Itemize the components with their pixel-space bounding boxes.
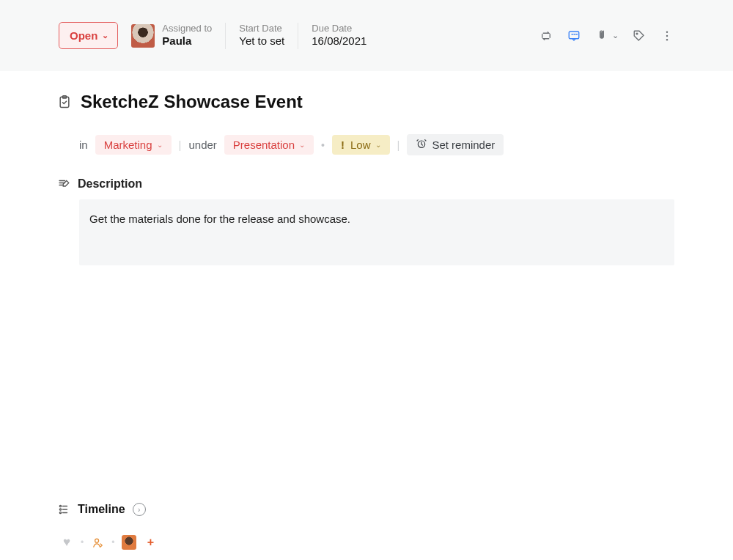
due-date-value: 16/08/2021 xyxy=(312,34,366,48)
chevron-down-icon: ⌄ xyxy=(157,141,163,149)
list-name: Presentation xyxy=(233,139,295,151)
assignee-avatar xyxy=(131,24,155,48)
in-label: in xyxy=(79,139,88,151)
separator: | xyxy=(179,139,182,151)
chevron-down-icon: ⌄ xyxy=(102,31,108,40)
follow-icon[interactable] xyxy=(91,536,104,549)
reactions-bar: ♥ • • + xyxy=(60,535,157,550)
description-icon xyxy=(57,177,70,191)
follower-avatar[interactable] xyxy=(122,535,136,550)
dot-separator: • xyxy=(111,537,114,548)
project-chip[interactable]: Marketing ⌄ xyxy=(95,135,172,155)
reminder-icon xyxy=(416,138,427,152)
chevron-down-icon: ⌄ xyxy=(299,141,305,149)
svg-point-3 xyxy=(666,34,668,36)
expand-timeline-icon[interactable]: › xyxy=(133,503,146,516)
svg-point-10 xyxy=(59,512,61,513)
attachment-icon xyxy=(594,29,609,43)
svg-rect-0 xyxy=(569,32,579,39)
svg-point-2 xyxy=(666,31,668,32)
separator: | xyxy=(397,139,400,151)
start-date-block[interactable]: Start Date Yet to set xyxy=(239,23,284,48)
reminder-label: Set reminder xyxy=(432,139,495,151)
under-label: under xyxy=(188,139,216,151)
status-label: Open xyxy=(70,29,97,42)
dot-separator: • xyxy=(81,537,84,548)
priority-chip[interactable]: ! Low ⌄ xyxy=(332,135,390,155)
like-icon[interactable]: ♥ xyxy=(60,536,73,549)
priority-label: Low xyxy=(350,139,371,151)
svg-point-4 xyxy=(666,39,668,40)
svg-point-8 xyxy=(59,505,61,506)
start-date-label: Start Date xyxy=(239,23,284,34)
chevron-down-icon: ⌄ xyxy=(612,31,619,40)
divider xyxy=(225,23,226,49)
status-dropdown[interactable]: Open ⌄ xyxy=(59,22,118,49)
chevron-down-icon: ⌄ xyxy=(375,141,381,149)
due-date-label: Due Date xyxy=(312,23,366,34)
task-header-bar: Open ⌄ Assigned to Paula Start Date Yet … xyxy=(0,0,733,71)
more-icon[interactable] xyxy=(660,29,674,43)
task-type-icon xyxy=(57,95,72,109)
priority-icon: ! xyxy=(341,139,345,151)
svg-point-9 xyxy=(59,509,61,510)
dot-separator: • xyxy=(321,139,325,151)
task-meta-row: in Marketing ⌄ | under Presentation ⌄ • … xyxy=(79,134,674,155)
timeline-heading: Timeline xyxy=(78,503,125,516)
svg-point-11 xyxy=(95,539,98,542)
project-name: Marketing xyxy=(104,139,152,151)
tag-icon[interactable] xyxy=(632,29,647,43)
task-content: SketcheZ Showcase Event in Marketing ⌄ |… xyxy=(0,71,733,280)
divider xyxy=(298,23,298,49)
header-action-icons: ⌄ xyxy=(539,29,674,43)
list-chip[interactable]: Presentation ⌄ xyxy=(224,135,314,155)
due-date-block[interactable]: Due Date 16/08/2021 xyxy=(312,23,366,48)
start-date-value: Yet to set xyxy=(239,34,284,48)
add-follower-button[interactable]: + xyxy=(144,536,157,549)
task-title[interactable]: SketcheZ Showcase Event xyxy=(81,92,303,112)
comment-icon[interactable] xyxy=(567,29,581,43)
description-body[interactable]: Get the materials done for the release a… xyxy=(79,199,674,265)
timeline-section: Timeline › xyxy=(57,503,674,516)
timeline-heading-row[interactable]: Timeline › xyxy=(57,503,674,516)
reminder-chip[interactable]: Set reminder xyxy=(407,134,504,155)
timeline-icon xyxy=(57,503,70,516)
assignee-text: Assigned to Paula xyxy=(162,23,212,48)
description-heading-row: Description xyxy=(57,177,674,191)
title-row: SketcheZ Showcase Event xyxy=(57,92,674,112)
recurring-icon[interactable] xyxy=(539,29,553,43)
description-heading: Description xyxy=(78,177,142,191)
assigned-to-block[interactable]: Assigned to Paula xyxy=(131,23,212,48)
svg-point-1 xyxy=(636,33,638,34)
assigned-to-value: Paula xyxy=(162,34,212,48)
attachment-dropdown[interactable]: ⌄ xyxy=(594,29,619,43)
assigned-to-label: Assigned to xyxy=(162,23,212,34)
